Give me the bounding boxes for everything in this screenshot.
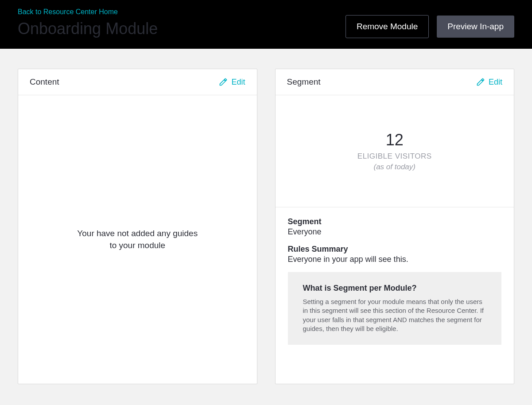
rules-summary-label: Rules Summary [288,245,502,254]
remove-module-button[interactable]: Remove Module [346,15,429,38]
info-box-title: What is Segment per Module? [303,284,487,293]
header-actions: Remove Module Preview In-app [346,15,514,38]
info-box-text: Setting a segment for your module means … [303,297,487,333]
eligible-visitors-label: ELIGIBLE VISITORS [284,152,505,161]
pencil-icon [476,78,485,86]
back-link[interactable]: Back to Resource Center Home [18,8,158,16]
segment-card-header: Segment Edit [276,69,514,95]
content-card-title: Content [30,77,59,87]
header-left: Back to Resource Center Home Onboarding … [18,8,158,38]
preview-in-app-button[interactable]: Preview In-app [437,16,514,38]
segment-label: Segment [288,217,502,226]
segment-info-box: What is Segment per Module? Setting a se… [288,272,502,345]
content-card-header: Content Edit [18,69,257,95]
page-title: Onboarding Module [18,19,158,38]
edit-segment-button[interactable]: Edit [476,78,502,87]
pencil-icon [219,78,228,86]
segment-stats: 12 ELIGIBLE VISITORS (as of today) [276,95,514,207]
segment-card-title: Segment [287,77,321,87]
empty-state-line2: to your module [109,240,165,252]
edit-content-label: Edit [231,78,245,87]
edit-content-button[interactable]: Edit [219,78,245,87]
eligible-visitors-count: 12 [284,131,505,149]
page-header: Back to Resource Center Home Onboarding … [0,0,532,49]
content-card: Content Edit Your have not added any gui… [18,69,257,384]
main-content: Content Edit Your have not added any gui… [0,49,532,404]
empty-state-line1: Your have not added any guides [77,228,198,240]
rules-summary-value: Everyone in your app will see this. [288,255,502,264]
segment-details: Segment Everyone Rules Summary Everyone … [276,207,514,357]
eligible-visitors-sub: (as of today) [284,163,505,171]
content-empty-state: Your have not added any guides to your m… [18,95,257,384]
segment-value: Everyone [288,227,502,237]
edit-segment-label: Edit [489,78,502,87]
segment-card: Segment Edit 12 ELIGIBLE VISITORS (as of… [275,69,515,384]
